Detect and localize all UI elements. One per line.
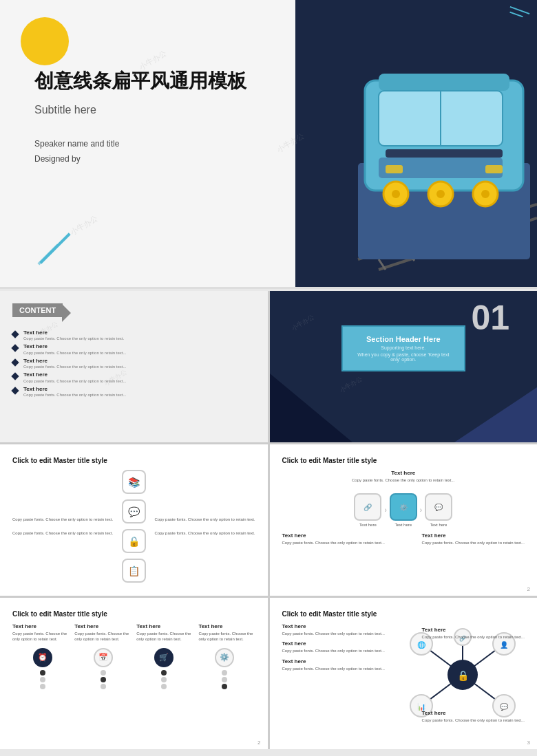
top-text-sub: Copy paste fonts. Choose the only option…	[282, 477, 525, 483]
slide-3-section: 01 Section Header Here Supporting text h…	[270, 291, 538, 442]
svg-point-18	[392, 190, 400, 198]
item-sub: Copy paste fonts. Choose the only option…	[23, 365, 126, 369]
content-list-item: Text here Copy paste fonts. Choose the o…	[12, 371, 255, 382]
svg-text:🔒: 🔒	[457, 670, 470, 682]
item-text: Text here Copy paste fonts. Choose the o…	[23, 330, 124, 341]
item-title: Text here	[23, 343, 126, 350]
slide-6-circles: Click to edit Master title style Text he…	[0, 598, 268, 749]
svg-rect-13	[386, 149, 503, 158]
item-title: Text here	[23, 358, 126, 365]
dark-triangle-left	[270, 374, 352, 442]
flow-box-2-active: ⚙️	[390, 493, 417, 521]
content-list-item: Text here Copy paste fonts. Choose the o…	[12, 343, 255, 354]
dot-2	[40, 677, 45, 682]
slide-5-flow: Click to edit Master title style Text he…	[270, 444, 538, 596]
speaker-name: Speaker name and title	[34, 137, 275, 152]
dot-1	[40, 670, 45, 676]
flow-label-2: Text here	[394, 523, 412, 527]
speaker-info: Speaker name and title Designed by	[34, 137, 275, 166]
slide-7-network: Click to edit Master title style Text he…	[270, 598, 538, 749]
flow-arrow-1: ›	[384, 506, 386, 514]
cart-icon: 🛒	[154, 648, 173, 667]
bottom-text-left: Text here Copy paste fonts. Choose the o…	[282, 532, 385, 546]
flow-row: 🔗 Text here › ⚙️ Text here › 💬 Text here	[282, 493, 525, 527]
svg-text:🌐: 🌐	[417, 640, 426, 649]
dot-12	[222, 684, 227, 689]
slide-1-right	[295, 0, 537, 287]
item-sub: Copy paste fonts. Choose the only option…	[23, 393, 126, 397]
slide-6-item-1: Text here Copy paste fonts. Choose the o…	[12, 623, 69, 642]
calendar-icon: 📅	[94, 648, 113, 667]
dot-4	[101, 670, 106, 676]
slide-4-right-texts: Copy paste fonts. Choose the only option…	[153, 517, 255, 537]
dot-5	[101, 677, 106, 682]
slide-4-left-texts: Copy paste fonts. Choose the only option…	[12, 517, 115, 537]
dot-11	[222, 677, 227, 682]
right-text-2: Text here Copy paste fonts. Choose the o…	[422, 710, 525, 723]
item-text: Text here Copy paste fonts. Choose the o…	[23, 371, 126, 382]
slide-7-left: Text here Copy paste fonts. Choose the o…	[282, 623, 396, 726]
main-title: 创意线条扁平风通用模板	[34, 69, 275, 94]
section-header-box: Section Header Here Supporting text here…	[341, 325, 465, 371]
diamond-bullet	[11, 345, 19, 352]
dot-10	[222, 670, 227, 676]
icon-item-1: ⏰	[33, 648, 52, 689]
subtitle: Subtitle here	[34, 104, 275, 116]
flow-box-3: 💬	[425, 493, 452, 521]
section-header-title: Section Header Here	[357, 335, 450, 343]
network-diagram: 🌐 👤 📊 💬 🔗 🔒 Text here Copy past	[401, 623, 525, 726]
icon-item-4: ⚙️	[215, 648, 234, 689]
slide-2-content: CONTENT Text here Copy paste fonts. Choo…	[0, 291, 268, 442]
diamond-bullet	[11, 358, 19, 366]
icon-lock: 🔒	[122, 529, 146, 553]
section-header-note: When you copy & paste, choose 'Keep text…	[357, 352, 450, 362]
content-badge: CONTENT	[12, 303, 63, 317]
page-num-2: 2	[527, 586, 530, 592]
content-list-item: Text here Copy paste fonts. Choose the o…	[12, 330, 255, 341]
flow-arrow-2: ›	[420, 506, 422, 514]
section-header-supporting: Supporting text here.	[357, 345, 450, 350]
slide-7-title: Click to edit Master title style	[282, 610, 525, 618]
text-block-4: Copy paste fonts. Choose the only option…	[153, 530, 255, 536]
slide-5-top-text: Text here Copy paste fonts. Choose the o…	[282, 470, 525, 483]
dot-7	[161, 670, 167, 676]
yellow-circle-decoration	[21, 17, 69, 65]
content-arrow	[62, 304, 71, 322]
page-num-slide7: 3	[527, 739, 530, 746]
item-title: Text here	[23, 386, 126, 393]
dot-8	[161, 677, 167, 682]
icon-layers: 📚	[122, 470, 146, 494]
section-number: 01	[471, 298, 509, 338]
item-text: Text here Copy paste fonts. Choose the o…	[23, 358, 126, 369]
diamond-bullet	[11, 373, 19, 380]
flow-label-3: Text here	[430, 523, 448, 527]
icon-item-3: 🛒	[154, 648, 173, 689]
text-block-1: Copy paste fonts. Choose the only option…	[12, 517, 115, 522]
slide-6-items: Text here Copy paste fonts. Choose the o…	[12, 623, 255, 642]
flow-item-1: 🔗 Text here	[354, 493, 381, 527]
svg-rect-10	[379, 74, 509, 91]
blue-decoration-lines	[34, 244, 76, 259]
flow-label-1: Text here	[359, 523, 377, 527]
icon-row: ⏰ 📅 🛒 ⚙️	[12, 648, 255, 689]
svg-point-19	[436, 190, 445, 198]
text-block-2: Copy paste fonts. Choose the only option…	[12, 530, 115, 536]
text-item-2: Text here Copy paste fonts. Choose the o…	[282, 640, 396, 654]
center-icons: 📚 💬 🔒 📋	[122, 470, 146, 583]
item-text: Text here Copy paste fonts. Choose the o…	[23, 343, 126, 354]
content-header: CONTENT	[12, 303, 255, 323]
slide-5-title: Click to edit Master title style	[282, 457, 525, 464]
icon-chat: 💬	[122, 499, 146, 523]
svg-rect-22	[485, 165, 503, 173]
flow-item-2: ⚙️ Text here	[390, 493, 417, 527]
slide-4-title: Click to edit Master title style	[12, 457, 255, 464]
svg-point-20	[481, 190, 489, 198]
slide-4-icons: Click to edit Master title style Copy pa…	[0, 444, 268, 596]
slide-6-item-3: Text here Copy paste fonts. Choose the o…	[136, 623, 193, 642]
icon-item-2: 📅	[94, 648, 113, 689]
train-illustration	[303, 0, 537, 287]
item-sub: Copy paste fonts. Choose the only option…	[23, 336, 124, 341]
clock-icon: ⏰	[33, 648, 52, 667]
diamond-bullet	[11, 330, 19, 338]
flow-box-1: 🔗	[354, 493, 381, 521]
